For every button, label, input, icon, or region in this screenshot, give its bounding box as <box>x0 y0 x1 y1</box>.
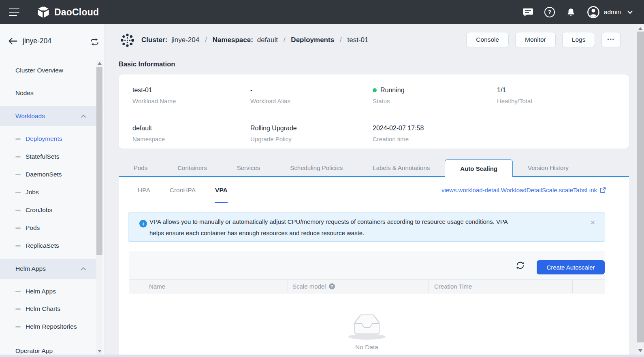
column-creation-time: Creation Time <box>434 280 472 293</box>
field-workload-alias: - Workload Alias <box>250 87 373 111</box>
messages-icon[interactable] <box>522 7 533 17</box>
refresh-icon[interactable] <box>516 261 525 270</box>
question-mark-icon[interactable]: ? <box>329 283 335 289</box>
daocloud-cube-icon <box>36 5 50 19</box>
auto-scaling-panel: HPA CronHPA VPA views.workload-detail.Wo… <box>119 177 629 357</box>
tab-scheduling-policies[interactable]: Scheduling Policies <box>275 159 358 176</box>
header-actions: Console Monitor Logs ••• <box>466 32 621 47</box>
banner-close-icon[interactable]: × <box>591 219 595 226</box>
help-glyph: ? <box>548 9 552 15</box>
breadcrumb: Cluster: jinye-204 / Namespace: default … <box>120 32 369 48</box>
sidebar-item-jobs[interactable]: Jobs <box>0 183 96 201</box>
cluster-name-title: jinye-204 <box>23 37 51 45</box>
sidebar-group-workloads[interactable]: Workloads <box>0 106 96 126</box>
dash-icon <box>15 156 21 157</box>
sidebar-item-pods[interactable]: Pods <box>0 219 96 237</box>
subtab-divider <box>129 203 622 203</box>
user-avatar[interactable] <box>587 6 600 19</box>
sidebar-item-helm-repositories[interactable]: Helm Repositories <box>0 318 96 336</box>
username-label: admin <box>604 8 621 16</box>
console-button[interactable]: Console <box>466 32 509 47</box>
dash-icon <box>15 138 21 140</box>
breadcrumb-namespace-value[interactable]: default <box>257 36 278 44</box>
sidebar-header: jinye-204 <box>0 24 104 59</box>
scroll-down-arrow[interactable] <box>638 349 642 352</box>
brand-logo[interactable]: DaoCloud <box>36 5 99 19</box>
tab-auto-scaling[interactable]: Auto Scaling <box>445 159 513 177</box>
back-arrow-icon[interactable] <box>8 38 17 45</box>
breadcrumb-cluster-label: Cluster: <box>141 36 167 44</box>
chevron-up-icon <box>81 115 86 118</box>
sidebar-scrollbar-thumb[interactable] <box>96 67 102 255</box>
dash-icon <box>15 326 21 327</box>
field-healthy-total: 1/1 Healthy/Total <box>497 87 629 111</box>
chevron-up-icon <box>81 267 86 270</box>
column-divider <box>288 280 288 293</box>
menu-toggle-icon[interactable] <box>9 8 19 16</box>
scale-subtabs: HPA CronHPA VPA views.workload-detail.Wo… <box>119 177 629 203</box>
scroll-down-arrow[interactable] <box>98 350 102 353</box>
switch-cluster-icon[interactable] <box>90 37 99 47</box>
column-divider <box>429 280 429 293</box>
basic-information-card: test-01 Workload Name - Workload Alias R… <box>119 74 629 149</box>
sidebar-group-helm-apps[interactable]: Helm Apps <box>0 259 96 279</box>
table-header: Name Scale model ? Creation Time <box>129 279 605 293</box>
scale-tabs-link[interactable]: views.workload-detail.WorkloadDetailScal… <box>441 187 606 193</box>
tab-pods[interactable]: Pods <box>119 159 162 176</box>
create-autoscaler-button[interactable]: Create Autoscaler <box>537 260 605 274</box>
user-menu-chevron-down-icon[interactable] <box>627 11 633 14</box>
sidebar-item-cronjobs[interactable]: CronJobs <box>0 201 96 219</box>
help-icon[interactable]: ? <box>544 7 555 17</box>
more-actions-button[interactable]: ••• <box>601 32 621 47</box>
dash-icon <box>15 308 21 310</box>
sidebar-scrollbar[interactable] <box>96 60 102 357</box>
subtab-vpa[interactable]: VPA <box>215 177 228 203</box>
sidebar-item-helm-charts[interactable]: Helm Charts <box>0 300 96 318</box>
detail-tabs: Pods Containers Services Scheduling Poli… <box>119 159 629 177</box>
sidebar-item-nodes[interactable]: Nodes <box>0 84 96 102</box>
dash-icon <box>15 245 21 246</box>
tab-services[interactable]: Services <box>222 159 275 176</box>
sidebar-item-replicasets[interactable]: ReplicaSets <box>0 237 96 255</box>
dash-icon <box>15 227 21 229</box>
sidebar: jinye-204 Cluster Overview Nodes Workloa… <box>0 24 104 357</box>
notifications-bell-icon[interactable] <box>566 7 576 17</box>
column-scale-model: Scale model ? <box>292 280 335 293</box>
breadcrumb-cluster-value[interactable]: jinye-204 <box>171 36 199 44</box>
breadcrumb-workload-name: test-01 <box>348 36 369 44</box>
breadcrumb-section[interactable]: Deployments <box>291 36 334 44</box>
sidebar-item-deployments[interactable]: Deployments <box>0 130 96 148</box>
field-upgrade-policy: Rolling Upgrade Upgrade Policy <box>250 125 373 149</box>
tab-containers[interactable]: Containers <box>162 159 222 176</box>
cluster-dots-icon <box>120 33 135 48</box>
dash-icon <box>15 291 21 292</box>
page-scrollbar[interactable] <box>637 24 644 357</box>
sidebar-item-cluster-overview[interactable]: Cluster Overview <box>0 62 96 79</box>
scroll-up-arrow[interactable] <box>98 62 102 65</box>
field-namespace: default Namespace <box>132 125 250 149</box>
dash-icon <box>15 192 21 193</box>
basic-information-title: Basic Information <box>119 60 175 68</box>
column-name: Name <box>149 280 165 293</box>
logs-button[interactable]: Logs <box>562 32 595 47</box>
window-bottom-edge <box>0 355 644 357</box>
top-navbar: DaoCloud ? <box>0 0 644 24</box>
column-divider <box>572 280 573 293</box>
sidebar-item-helm-apps[interactable]: Helm Apps <box>0 283 96 300</box>
monitor-button[interactable]: Monitor <box>515 32 556 47</box>
subtab-hpa[interactable]: HPA <box>138 177 150 203</box>
sidebar-item-statefulsets[interactable]: StatefulSets <box>0 148 96 166</box>
navbar-right: ? admin <box>512 6 633 19</box>
scroll-up-arrow[interactable] <box>638 27 642 30</box>
no-data-label: No Data <box>348 344 386 351</box>
tab-labels-annotations[interactable]: Labels & Annotations <box>358 159 445 176</box>
breadcrumb-separator: / <box>205 36 207 44</box>
sidebar-item-daemonsets[interactable]: DaemonSets <box>0 166 96 183</box>
dash-icon <box>15 174 21 175</box>
tab-version-history[interactable]: Version History <box>513 159 584 176</box>
field-status: Running Status <box>373 87 497 111</box>
subtab-cronhpa[interactable]: CronHPA <box>170 177 196 203</box>
page-scrollbar-thumb[interactable] <box>637 32 644 342</box>
scale-tabs-link-text: views.workload-detail.WorkloadDetailScal… <box>441 187 597 193</box>
dash-icon <box>15 210 21 211</box>
